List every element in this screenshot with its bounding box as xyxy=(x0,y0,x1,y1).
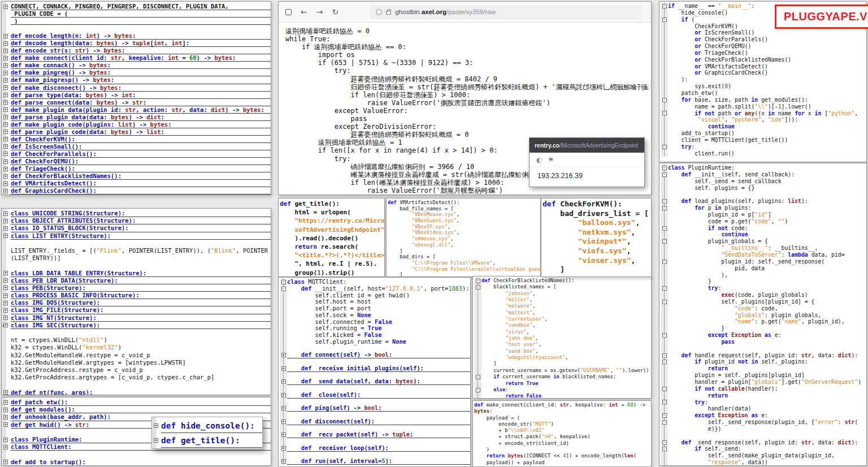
url-bar[interactable]: ghostbin.axel.org/paste/xy359/raw xyxy=(370,5,642,19)
fold-toggle-icon[interactable]: + xyxy=(3,315,8,320)
fold-margin: + xyxy=(3,284,11,292)
fold-toggle-icon[interactable]: - xyxy=(662,413,667,418)
fold-toggle-icon[interactable]: + xyxy=(3,438,8,442)
fold-toggle-icon[interactable]: - xyxy=(662,166,667,170)
fold-toggle-icon[interactable]: + xyxy=(3,271,8,275)
fold-toggle-icon[interactable]: + xyxy=(3,5,8,9)
code-line: return xyxy=(661,365,866,372)
fold-toggle-icon[interactable]: - xyxy=(281,287,286,291)
fold-toggle-icon[interactable]: + xyxy=(3,422,8,427)
reload-button[interactable]: ↻ xyxy=(332,7,338,16)
fold-toggle-icon[interactable]: - xyxy=(662,98,667,102)
fold-toggle-icon[interactable]: + xyxy=(3,219,8,223)
fold-toggle-icon[interactable]: + xyxy=(3,415,8,420)
fold-toggle-icon[interactable]: + xyxy=(3,181,8,186)
fold-toggle-icon[interactable]: + xyxy=(3,308,8,313)
back-button[interactable]: ← xyxy=(301,7,307,16)
fold-toggle-icon[interactable]: + xyxy=(3,93,8,97)
fold-toggle-icon[interactable]: - xyxy=(281,280,286,284)
fold-toggle-icon[interactable]: - xyxy=(662,199,667,204)
fold-toggle-icon[interactable]: + xyxy=(3,323,8,327)
fold-toggle-icon[interactable]: + xyxy=(3,159,8,164)
fold-toggle-icon[interactable]: + xyxy=(3,100,8,105)
fold-toggle-icon[interactable]: - xyxy=(662,420,667,425)
fold-toggle-icon[interactable]: - xyxy=(662,4,667,8)
fold-toggle-icon[interactable]: + xyxy=(3,144,8,149)
fold-toggle-icon[interactable]: + xyxy=(3,460,8,464)
fold-toggle-icon[interactable]: - xyxy=(662,239,667,244)
fold-toggle-icon[interactable]: + xyxy=(3,278,8,283)
fold-toggle-icon[interactable]: - xyxy=(662,353,667,358)
fold-toggle-icon[interactable]: + xyxy=(3,234,8,238)
fold-toggle-icon[interactable]: - xyxy=(476,285,480,289)
fold-toggle-icon[interactable]: - xyxy=(662,400,667,404)
fold-toggle-icon[interactable]: + xyxy=(3,34,8,38)
fold-toggle-icon[interactable]: + xyxy=(3,152,8,156)
fold-toggle-icon[interactable]: - xyxy=(476,279,480,283)
fold-toggle-icon[interactable]: + xyxy=(281,353,286,357)
fold-toggle-icon[interactable]: - xyxy=(476,375,480,379)
fold-toggle-icon[interactable]: - xyxy=(662,440,667,445)
fold-toggle-icon[interactable]: + xyxy=(281,366,286,371)
code-line: return False xyxy=(474,393,651,399)
fold-toggle-icon[interactable]: + xyxy=(3,115,8,119)
fold-toggle-icon[interactable]: - xyxy=(662,206,667,210)
fold-toggle-icon[interactable]: - xyxy=(662,300,667,304)
fold-toggle-icon[interactable]: + xyxy=(3,390,8,395)
fold-toggle-icon[interactable]: - xyxy=(662,172,667,177)
fold-toggle-icon[interactable]: + xyxy=(281,433,286,437)
forward-button[interactable]: → xyxy=(316,7,323,16)
fold-toggle-icon[interactable]: + xyxy=(3,129,8,134)
fold-toggle-icon[interactable]: + xyxy=(3,85,8,90)
fold-toggle-icon[interactable]: + xyxy=(281,459,286,464)
code-line: + def disconnect(self): xyxy=(280,418,470,425)
fold-toggle-icon[interactable]: + xyxy=(3,211,8,216)
fold-toggle-icon[interactable]: - xyxy=(662,333,667,338)
fold-toggle-icon[interactable]: + xyxy=(3,174,8,179)
fold-toggle-icon[interactable]: - xyxy=(662,145,667,149)
fold-gutter: - xyxy=(661,225,668,232)
fold-toggle-icon[interactable]: + xyxy=(3,137,8,141)
fold-toggle-icon[interactable]: + xyxy=(3,286,8,290)
fold-toggle-icon[interactable]: + xyxy=(281,393,286,397)
fold-toggle-icon[interactable]: - xyxy=(662,260,667,264)
fold-toggle-icon[interactable]: + xyxy=(3,226,8,231)
permissions-icon[interactable] xyxy=(376,9,382,15)
code-line: +def CheckForBlacklistedNames(): xyxy=(3,172,271,180)
fold-toggle-icon[interactable]: + xyxy=(3,107,8,112)
fold-toggle-icon[interactable]: + xyxy=(3,71,8,75)
fold-toggle-icon[interactable]: + xyxy=(281,420,286,424)
fold-toggle-icon[interactable]: + xyxy=(281,446,286,451)
fold-toggle-icon[interactable]: - xyxy=(476,388,480,392)
tab-icon[interactable] xyxy=(285,9,292,15)
fold-toggle-icon[interactable]: + xyxy=(154,423,158,428)
fold-gutter xyxy=(661,10,668,16)
fold-toggle-icon[interactable]: + xyxy=(3,63,8,68)
fold-toggle-icon[interactable]: + xyxy=(3,408,8,412)
fold-toggle-icon[interactable]: + xyxy=(3,56,8,60)
fold-toggle-icon[interactable]: + xyxy=(281,406,286,410)
fold-toggle-icon[interactable]: + xyxy=(3,167,8,171)
fold-toggle-icon[interactable]: - xyxy=(662,447,667,451)
fold-toggle-icon[interactable]: - xyxy=(662,111,667,115)
theme-toggle-icon[interactable]: ◐ xyxy=(536,156,542,164)
fold-toggle-icon[interactable]: + xyxy=(3,122,8,127)
fold-toggle-icon[interactable]: + xyxy=(3,49,8,53)
fold-toggle-icon[interactable]: - xyxy=(662,360,667,364)
fold-toggle-icon[interactable]: + xyxy=(154,438,158,443)
fold-gutter xyxy=(280,412,287,418)
fold-toggle-icon[interactable]: - xyxy=(662,18,667,22)
fold-toggle-icon[interactable]: + xyxy=(3,189,8,193)
fold-toggle-icon[interactable]: + xyxy=(3,78,8,83)
fold-toggle-icon[interactable]: - xyxy=(662,286,667,291)
fold-gutter: - xyxy=(661,258,668,265)
flag-icon[interactable]: ⚑ xyxy=(548,156,554,164)
fold-toggle-icon[interactable]: + xyxy=(281,379,286,384)
fold-toggle-icon[interactable]: + xyxy=(3,293,8,298)
fold-toggle-icon[interactable]: + xyxy=(3,400,8,405)
fold-toggle-icon[interactable]: - xyxy=(662,226,667,231)
fold-toggle-icon[interactable]: + xyxy=(3,445,8,449)
fold-toggle-icon[interactable]: + xyxy=(3,41,8,46)
fold-toggle-icon[interactable]: - xyxy=(662,387,667,391)
fold-toggle-icon[interactable]: + xyxy=(3,301,8,305)
